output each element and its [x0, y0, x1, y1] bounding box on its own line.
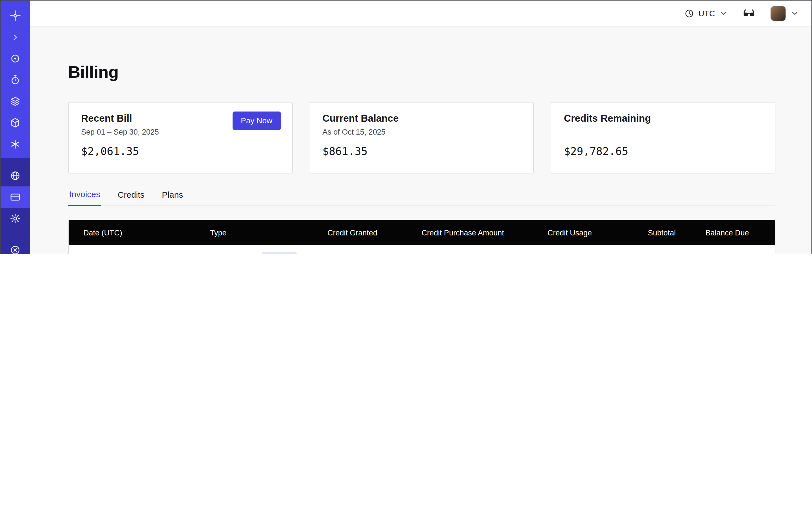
column-header: Credit Purchase Amount: [378, 220, 505, 245]
timezone-selector[interactable]: UTC: [684, 8, 728, 18]
card-amount: $861.35: [323, 145, 521, 157]
circle-x-icon[interactable]: [1, 239, 30, 254]
topbar: UTC: [30, 1, 811, 27]
card-amount: $29,782.65: [564, 145, 762, 157]
credit-usage: $0.00: [569, 254, 592, 254]
layers-icon[interactable]: [1, 91, 30, 112]
table-header: Date (UTC) Type Credit Granted Credit Pu…: [69, 220, 775, 245]
tab-invoices[interactable]: Invoices: [68, 189, 101, 206]
gear-icon[interactable]: [1, 208, 30, 229]
timezone-label: UTC: [698, 9, 715, 18]
chevron-right-icon[interactable]: [1, 27, 30, 48]
invoices-table: Date (UTC) Type Credit Granted Credit Pu…: [68, 220, 775, 254]
column-header: Subtotal: [592, 220, 676, 245]
cube-icon[interactable]: [1, 112, 30, 133]
column-header: Date (UTC): [69, 220, 210, 245]
column-header: Credit Granted: [300, 220, 378, 245]
sidebar-bottom-section: [1, 158, 30, 254]
main-content: Billing Recent Bill Sep 01 – Sep 30, 202…: [30, 62, 811, 254]
asterisk-icon[interactable]: [1, 133, 30, 155]
billing-credit-card-icon[interactable]: [1, 186, 30, 208]
tab-credits[interactable]: Credits: [117, 189, 145, 206]
invoice-type: Cloud Usage: [210, 253, 256, 254]
credits-remaining-card: Credits Remaining $29,782.65: [551, 102, 775, 173]
pay-now-button[interactable]: Pay Now: [232, 112, 281, 130]
billing-tabs: Invoices Credits Plans: [68, 189, 775, 206]
globe-icon[interactable]: [1, 165, 30, 186]
status-badge: Pending: [261, 252, 297, 254]
page-title: Billing: [68, 62, 775, 82]
timer-icon[interactable]: [1, 69, 30, 91]
compass-logo-icon[interactable]: [1, 5, 30, 27]
card-subtitle: [564, 128, 762, 138]
invoice-date: Sept 01 – 30, 2024: [100, 254, 166, 254]
card-subtitle: As of Oct 15, 2025: [323, 128, 521, 138]
summary-cards: Recent Bill Sep 01 – Sep 30, 2025 $2,061…: [68, 102, 775, 173]
sidebar-top-section: [1, 1, 30, 158]
card-title: Credits Remaining: [564, 113, 762, 124]
subtotal: $315.97: [644, 254, 676, 254]
billing-page: UTC Billing Recent Bill Sep 01 – Sep 30,…: [0, 0, 812, 254]
chevron-down-icon: [790, 9, 799, 17]
column-header: Credit Usage: [505, 220, 592, 245]
tab-plans[interactable]: Plans: [161, 189, 184, 206]
glasses-icon[interactable]: [742, 6, 756, 20]
target-icon[interactable]: [1, 48, 30, 69]
chevron-down-icon: [719, 9, 728, 17]
column-header: Type: [210, 220, 300, 245]
current-balance-card: Current Balance As of Oct 15, 2025 $861.…: [309, 102, 534, 173]
card-amount: $2,061.35: [81, 145, 280, 157]
recent-bill-card: Recent Bill Sep 01 – Sep 30, 2025 $2,061…: [68, 102, 293, 173]
column-header: Balance Due: [676, 220, 775, 245]
balance-due: $315.97: [717, 254, 749, 254]
clock-icon: [684, 8, 694, 18]
sidebar: [1, 1, 30, 254]
card-title: Current Balance: [323, 113, 521, 124]
table-row: Sept 01 – 30, 2024 Cloud UsagePending $0…: [69, 245, 775, 254]
account-menu[interactable]: [770, 5, 799, 21]
avatar: [770, 5, 786, 21]
